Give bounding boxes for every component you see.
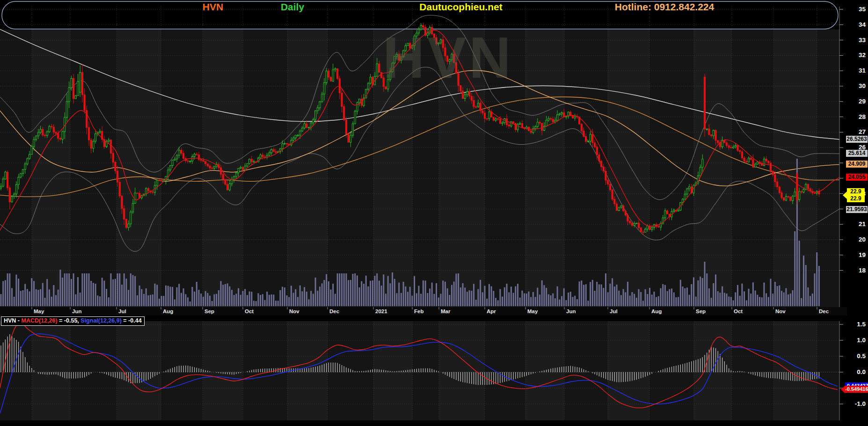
price-axis-label: 27 [845,128,866,135]
macd-indicator-label: HVN - MACD(12,26) = -0.55, Signal(12,26,… [1,316,145,326]
price-tag: 25.614 [846,150,868,157]
macd-axis-label: 0.0 [845,368,866,375]
macd-label-segment: = -0.44 [122,317,142,324]
price-axis-label: 18 [845,267,866,274]
x-axis-label: Sep [204,308,214,314]
macd-axis-label: 1.0 [845,337,866,344]
price-axis-label: 31 [845,67,866,74]
macd-axis-label: 0.5 [845,353,866,360]
watermark: HVN [383,24,514,91]
x-axis-label: Dec [329,308,340,314]
price-tag-arrow-icon [843,191,847,199]
price-axis-label: 29 [845,98,866,105]
macd-axis-label: -1.0 [845,400,866,407]
price-tag: 24.055 [846,174,868,181]
x-axis-label: Jul [118,308,126,314]
macd-label-segment: = -0.55, [58,317,81,324]
x-axis-label: Mar [441,308,451,314]
price-tag: 24.909 [846,161,868,168]
macd-axis-label: 1.5 [845,321,866,328]
price-axis-label: 28 [845,113,866,120]
timeframe-label: Daily [262,1,323,13]
symbol-label: HVN [178,1,248,13]
price-tag: 26.5263 [846,136,868,143]
price-axis-label: 35 [845,6,866,13]
macd-label-segment: MACD(12,26) [22,317,58,324]
x-axis-label: Oct [245,308,254,314]
macd-label-segment: HVN - [4,317,22,324]
x-axis-label: Dec [819,308,829,314]
x-axis-label: Aug [651,308,662,314]
x-axis-label: Apr [487,308,496,314]
price-axis-label: 30 [845,82,866,89]
x-axis-label: May [527,308,538,314]
price-axis-label: 20 [845,236,866,243]
price-axis-label: 21 [845,220,866,228]
price-axis-label: 32 [845,51,866,59]
chart-window: MayJunJulAugSepOctNovDec2021FebMarAprMay… [0,0,868,426]
x-axis-label: Jul [610,308,618,314]
macd-value-tag: -0.549416 [845,386,868,393]
x-axis-label: 2021 [375,308,387,314]
x-axis-label: Oct [734,308,743,314]
x-axis-label: Feb [414,308,423,314]
macd-label-segment: Signal(12,26,9) [80,317,122,324]
site-label: Dautucophieu.net [402,1,519,13]
price-axis-label: 34 [845,21,866,28]
x-axis-label: Jun [566,308,576,314]
hotline-label: Hotline: 0912.842.224 [594,1,735,13]
price-axis-label: 19 [845,251,866,258]
price-axis-label: 33 [845,37,866,44]
price-tag: 21.9593 [846,206,868,213]
x-axis-label: Sep [696,308,706,314]
x-axis-label: Nov [775,308,786,314]
last-price-tag: 22.922.9 [847,188,865,202]
x-axis-label: Aug [163,308,173,314]
x-axis-label: Jun [72,308,81,314]
x-axis-label: Nov [289,308,299,314]
macd-tag-arrow-icon [841,386,845,393]
x-axis-label: May [34,308,44,314]
